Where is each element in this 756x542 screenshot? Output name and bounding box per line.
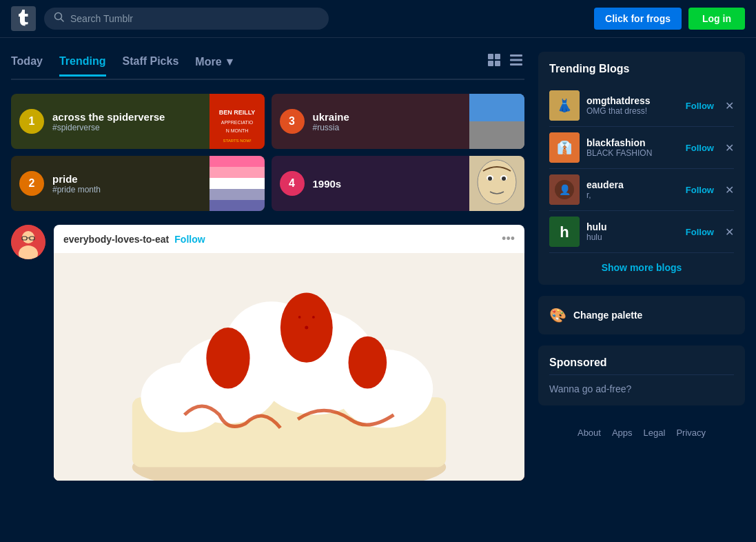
svg-text:👗: 👗 [557, 98, 573, 113]
search-bar [44, 8, 329, 30]
change-palette-section[interactable]: 🎨 Change palette [538, 296, 745, 334]
svg-point-26 [488, 177, 492, 181]
frogs-button[interactable]: Click for frogs [594, 8, 682, 30]
post-username: everybody-loves-to-eat [63, 234, 169, 245]
trend-title-2: pride [52, 173, 210, 185]
blog-follow-button-4[interactable]: Follow [686, 227, 714, 237]
post-follow-button[interactable]: Follow [174, 234, 205, 245]
trend-rank-3: 3 [280, 109, 305, 134]
post-avatar[interactable] [11, 225, 45, 259]
blog-desc-4: hulu [586, 232, 679, 242]
header: Click for frogs Log in [0, 0, 756, 38]
show-more-blogs: Show more blogs [549, 261, 734, 274]
post-more-button[interactable]: ••• [502, 232, 515, 246]
svg-text:STARTS NOW!: STARTS NOW! [223, 139, 251, 143]
blog-close-button-4[interactable]: ✕ [725, 225, 734, 239]
svg-rect-4 [495, 54, 500, 59]
trend-image-3 [469, 94, 524, 149]
svg-point-29 [22, 231, 34, 243]
grid-view-button[interactable] [486, 52, 502, 72]
blog-name-4: hulu [586, 221, 679, 232]
svg-text:BEN REILLY: BEN REILLY [218, 109, 255, 116]
svg-text:N MONTH: N MONTH [225, 128, 248, 133]
login-button[interactable]: Log in [688, 8, 745, 30]
footer-legal[interactable]: Legal [644, 428, 666, 438]
tab-more[interactable]: More ▼ [195, 56, 235, 75]
sponsored-text: Wanna go ad-free? [549, 383, 734, 394]
blog-follow-button-1[interactable]: Follow [686, 101, 714, 111]
blog-close-button-3[interactable]: ✕ [725, 183, 734, 197]
chevron-down-icon: ▼ [225, 56, 236, 68]
trend-text-2: pride #pride month [52, 173, 210, 194]
sponsored-divider [549, 374, 734, 375]
blog-follow-button-3[interactable]: Follow [686, 185, 714, 195]
svg-point-27 [502, 177, 506, 181]
trend-sub-1: #spiderverse [52, 123, 210, 132]
blog-name-2: blackfashion [586, 137, 679, 148]
svg-text:👤: 👤 [559, 184, 571, 196]
trend-text-1: across the spiderverse #spiderverse [52, 111, 210, 132]
svg-text:APPRECIATIO: APPRECIATIO [221, 120, 253, 125]
footer-about[interactable]: About [578, 428, 601, 438]
view-toggle [486, 52, 524, 79]
blog-desc-3: r, [586, 190, 679, 200]
blog-name-3: eaudera [586, 179, 679, 190]
blog-avatar-4: h [549, 217, 580, 247]
blog-avatar-2: 👔 [549, 132, 580, 163]
blog-close-button-1[interactable]: ✕ [725, 99, 734, 112]
blog-desc-2: BLACK FASHION [586, 148, 679, 158]
tab-trending[interactable]: Trending [59, 55, 106, 77]
footer-apps[interactable]: Apps [612, 428, 633, 438]
trend-image-4 [469, 156, 524, 211]
palette-row[interactable]: 🎨 Change palette [549, 307, 734, 323]
trend-sub-2: #pride month [52, 185, 210, 194]
svg-rect-18 [210, 167, 265, 178]
svg-text:👔: 👔 [557, 140, 573, 155]
svg-rect-17 [210, 156, 265, 167]
trending-grid: 1 across the spiderverse #spiderverse BE… [11, 94, 524, 211]
sponsored-section: Sponsored Wanna go ad-free? [538, 345, 745, 405]
svg-point-43 [206, 328, 249, 389]
main-layout: Today Trending Staff Picks More ▼ [0, 38, 756, 494]
blog-item-eaudera: 👤 eaudera r, Follow ✕ [549, 169, 734, 211]
tab-staffpicks[interactable]: Staff Picks [123, 55, 179, 77]
blog-follow-button-2[interactable]: Follow [686, 143, 714, 153]
blog-item-blackfashion: 👔 blackfashion BLACK FASHION Follow ✕ [549, 127, 734, 169]
main-column: Today Trending Staff Picks More ▼ [11, 52, 524, 481]
blog-close-button-2[interactable]: ✕ [725, 141, 734, 154]
sidebar: Trending Blogs 👗 omgthatdress OMG that d… [538, 52, 745, 481]
tab-today[interactable]: Today [11, 55, 43, 77]
svg-point-46 [298, 316, 301, 319]
footer-privacy[interactable]: Privacy [676, 428, 706, 438]
svg-rect-3 [488, 54, 493, 59]
footer: About Apps Legal Privacy [538, 416, 745, 449]
tumblr-logo[interactable] [11, 6, 36, 31]
blog-item-omgthatdress: 👗 omgthatdress OMG that dress! Follow ✕ [549, 85, 734, 127]
svg-rect-16 [469, 121, 524, 149]
trend-rank-1: 1 [19, 109, 44, 134]
svg-line-2 [61, 19, 64, 22]
show-more-blogs-link[interactable]: Show more blogs [602, 262, 682, 273]
post-header: everybody-loves-to-eat Follow ••• [54, 225, 524, 253]
trend-image-2 [210, 156, 265, 211]
svg-rect-7 [510, 54, 522, 57]
search-icon [54, 12, 65, 26]
trending-blogs-section: Trending Blogs 👗 omgthatdress OMG that d… [538, 52, 745, 285]
list-view-button[interactable] [508, 52, 524, 72]
tabs: Today Trending Staff Picks More ▼ [11, 52, 524, 80]
blog-item-hulu: h hulu hulu Follow ✕ [549, 211, 734, 253]
sponsored-title: Sponsored [549, 357, 734, 369]
blog-avatar-1: 👗 [549, 90, 580, 121]
trend-card-2[interactable]: 2 pride #pride month [11, 156, 265, 211]
palette-label: Change palette [573, 310, 642, 321]
search-input[interactable] [70, 13, 319, 24]
svg-rect-8 [510, 59, 522, 61]
svg-point-47 [312, 316, 315, 319]
blog-name-1: omgthatdress [586, 95, 679, 106]
trend-card-1[interactable]: 1 across the spiderverse #spiderverse BE… [11, 94, 265, 149]
trend-card-3[interactable]: 3 ukraine #russia [272, 94, 525, 149]
blog-info-4: hulu hulu [586, 221, 679, 242]
trend-card-4[interactable]: 4 1990s [272, 156, 525, 211]
trend-rank-2: 2 [19, 171, 44, 196]
trend-text-3: ukraine #russia [313, 111, 470, 132]
